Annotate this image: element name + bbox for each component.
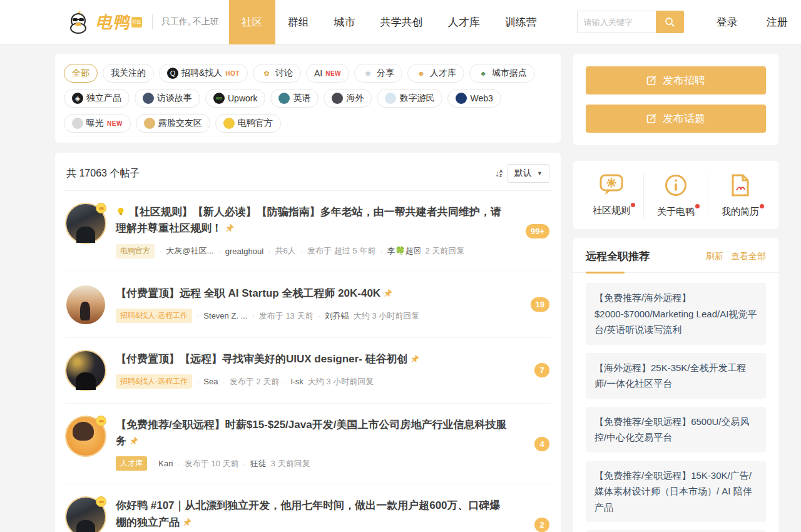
filter-tag-曝光[interactable]: 曝光NEW (64, 114, 131, 133)
nav-item-城市[interactable]: 城市 (322, 0, 368, 44)
post-list-card: 共 17063 个帖子 ↓AZ 默认 ▼ 【社区规则】【新人必读】【防骗指南】多… (55, 153, 561, 532)
post-title[interactable]: 【社区规则】【新人必读】【防骗指南】多年老站，由一帮共建者共同维护，请理解并尊重… (116, 204, 509, 237)
dot-separator: · (268, 247, 270, 256)
search-input[interactable] (577, 11, 656, 33)
filter-tag-海外[interactable]: 海外 (324, 89, 372, 108)
nav-item-训练营[interactable]: 训练营 (492, 0, 549, 44)
post-author[interactable]: 刘乔锟 (325, 310, 349, 322)
post-row: 【社区规则】【新人必读】【防骗指南】多年老站，由一帮共建者共同维护，请理解并尊重… (65, 191, 551, 272)
filter-tag-Web3[interactable]: Web3 (447, 89, 501, 108)
post-count: 共 17063 个帖子 (66, 167, 140, 180)
jobs-title-underline (586, 272, 625, 274)
publish-topic-button[interactable]: 发布话题 (586, 105, 766, 133)
dot-separator: · (380, 247, 382, 256)
avatar[interactable] (66, 417, 105, 456)
post-tag[interactable]: 人才库 (116, 456, 147, 471)
post-tag[interactable]: 招聘&找人·远程工作 (116, 309, 192, 323)
site-logo[interactable]: 电鸭 社区 (66, 9, 142, 34)
dot-separator: · (222, 377, 225, 386)
filter-tag-访谈故事[interactable]: 访谈故事 (135, 89, 200, 108)
avatar[interactable] (66, 351, 105, 390)
filter-tag-label: 城市据点 (492, 68, 527, 79)
register-link[interactable]: 注册 (767, 15, 788, 29)
reply-count-badge: 19 (531, 297, 549, 312)
filter-tag-讨论[interactable]: ✿讨论 (253, 64, 301, 83)
search-button[interactable] (656, 11, 684, 33)
job-recommendation-item[interactable]: 【免费推荐/全职远程】15K-30K/广告/媒体素材设计师（日本市场）/ AI … (586, 461, 766, 523)
view-all-link[interactable]: 查看全部 (731, 251, 766, 262)
quick-link-我的简历[interactable]: 我的简历 (708, 173, 772, 218)
job-recommendation-item[interactable]: 【免费推荐/海外远程】$2000-$7000/Marketing Lead/AI… (586, 283, 766, 345)
post-title[interactable]: 你好鸭 #107｜从北漂到独立开发，他用七年时间，做出一款用户超600万、口碑爆… (116, 498, 509, 531)
filter-tag-label: 数字游民 (399, 93, 434, 104)
avatar[interactable] (66, 285, 105, 324)
quick-link-社区规则[interactable]: 社区规则 (579, 173, 643, 218)
post-meta-text: 发布于 超过 5 年前 (307, 245, 375, 257)
filter-tag-英语[interactable]: 英语 (270, 89, 319, 108)
refresh-link[interactable]: 刷新 (706, 251, 723, 262)
tag-avatar-icon: wo (213, 93, 225, 104)
tag-avatar-icon (72, 118, 83, 129)
job-recommendation-item[interactable]: 【海外远程】25K-35K/全栈开发工程师/一体化社区平台 (586, 353, 766, 399)
post-title[interactable]: 【付费置顶】远程 全职 AI Startup 全栈工程师 20K-40K (116, 285, 509, 302)
post-side: 2 (509, 498, 549, 532)
left-column: 全部我关注的Q招聘&找人HOT✿讨论AINEW❀分享☻人才库♣城市据点◈独立产品… (55, 54, 561, 532)
filter-tag-Upwork[interactable]: woUpwork (205, 89, 265, 108)
post-author[interactable]: Sea (203, 377, 218, 386)
job-recommendation-item[interactable]: 【免费推荐/全职远程】6500U/交易风控/中心化交易平台 (586, 407, 766, 453)
post-author[interactable]: 狂徒 (250, 458, 267, 469)
filter-tag-分享[interactable]: ❀分享 (354, 64, 402, 83)
post-meta-text: 2 天前回复 (425, 245, 464, 257)
filter-tag-招聘&找人[interactable]: Q招聘&找人HOT (159, 64, 248, 83)
filter-tag-我关注的[interactable]: 我关注的 (103, 64, 154, 83)
post-author[interactable]: 大灰@社区... (166, 245, 213, 257)
filter-tag-露脸交友区[interactable]: 露脸交友区 (136, 114, 210, 133)
filter-tag-全部[interactable]: 全部 (64, 64, 98, 83)
post-meta: 电鸭官方·大灰@社区...·greatghoul·共6人·发布于 超过 5 年前… (116, 244, 509, 258)
nav-item-共学共创[interactable]: 共学共创 (368, 0, 436, 44)
post-meta-text: 大约 3 小时前回复 (354, 310, 419, 322)
reply-count-badge: 2 (534, 518, 549, 532)
post-author[interactable]: Kari (158, 459, 173, 468)
publish-job-button[interactable]: 发布招聘 (586, 66, 766, 95)
filter-tag-label: Upwork (228, 93, 257, 103)
filter-tag-label: 曝光 (86, 118, 104, 129)
quick-link-关于电鸭[interactable]: 关于电鸭 (643, 173, 708, 218)
post-row: 【付费置顶】【远程】寻找审美好的UIUX designer- 硅谷初创 招聘&找… (65, 338, 551, 404)
avatar[interactable] (66, 204, 105, 243)
filter-tag-城市据点[interactable]: ♣城市据点 (469, 64, 535, 83)
filter-tag-数字游民[interactable]: 数字游民 (377, 89, 442, 108)
quick-link-label: 关于电鸭 (657, 206, 695, 218)
post-title[interactable]: 【免费推荐/全职远程】时薪$15-$25/Java开发/美国上市公司房地产行业信… (116, 417, 509, 450)
nav-item-群组[interactable]: 群组 (275, 0, 322, 44)
filter-tag-独立产品[interactable]: ◈独立产品 (64, 89, 130, 108)
lightbulb-icon (116, 207, 126, 217)
post-list: 【社区规则】【新人必读】【防骗指南】多年老站，由一帮共建者共同维护，请理解并尊重… (65, 191, 551, 532)
logo-text: 电鸭 (96, 11, 130, 33)
duck-logo-icon (66, 9, 91, 34)
filter-tag-人才库[interactable]: ☻人才库 (407, 64, 464, 83)
post-title-text: 你好鸭 #107｜从北漂到独立开发，他用七年时间，做出一款用户超600万、口碑爆… (116, 499, 501, 528)
post-author[interactable]: Steven Z. ... (203, 311, 247, 320)
sort-dropdown[interactable]: 默认 ▼ (508, 164, 549, 183)
quick-link-label: 我的简历 (722, 206, 759, 218)
avatar[interactable] (66, 498, 105, 532)
post-tag[interactable]: 招聘&找人·远程工作 (116, 374, 192, 389)
post-author[interactable]: l-sk (291, 377, 304, 386)
post-content: 【付费置顶】【远程】寻找审美好的UIUX designer- 硅谷初创 招聘&找… (116, 351, 509, 390)
post-author[interactable]: greatghoul (225, 247, 263, 256)
filter-tag-AI[interactable]: AINEW (306, 64, 349, 83)
filter-tag-电鸭官方[interactable]: 电鸭官方 (215, 114, 281, 133)
post-title[interactable]: 【付费置顶】【远程】寻找审美好的UIUX designer- 硅谷初创 (116, 351, 509, 367)
post-tag[interactable]: 电鸭官方 (116, 244, 155, 258)
post-side: 19 (509, 285, 549, 324)
nav-item-人才库[interactable]: 人才库 (436, 0, 492, 44)
remote-jobs-card: 远程全职推荐 刷新 查看全部 【免费推荐/海外远程】$2000-$7000/Ma… (573, 238, 778, 532)
sort-az-icon[interactable]: ↓AZ (495, 168, 503, 178)
nav-item-社区[interactable]: 社区 (229, 0, 275, 44)
login-link[interactable]: 登录 (717, 15, 738, 29)
filter-tag-label: AI (314, 68, 322, 78)
dot-separator: · (151, 459, 154, 468)
post-author[interactable]: 李🍀超☒ (387, 245, 421, 257)
filter-tag-badge-NEW: NEW (325, 70, 341, 77)
